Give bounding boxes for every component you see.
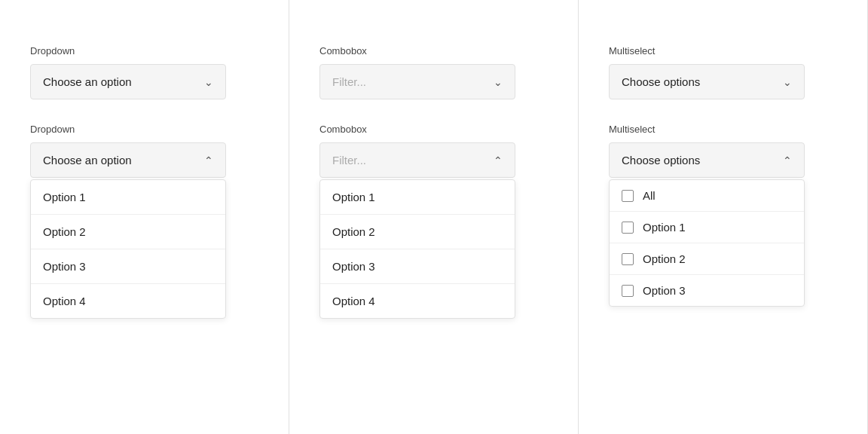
multiselect-option-3-label: Option 3 — [643, 284, 686, 297]
combobox-column: Combobox ⌄ Combobox ⌃ Option 1 Option 2 … — [289, 0, 579, 434]
dropdown-option-4[interactable]: Option 4 — [31, 284, 225, 318]
multiselect-open-list: All Option 1 Option 2 Option 3 — [609, 179, 805, 307]
dropdown-option-1[interactable]: Option 1 — [31, 180, 225, 215]
multiselect-closed-trigger[interactable]: Choose options ⌄ — [609, 64, 805, 99]
combobox-open-trigger[interactable]: ⌃ — [319, 142, 515, 178]
combobox-closed-wrapper: ⌄ — [319, 64, 515, 99]
multiselect-option-all[interactable]: All — [610, 180, 804, 212]
combobox-open-section: Combobox ⌃ Option 1 Option 2 Option 3 Op… — [319, 124, 549, 178]
multiselect-all-label: All — [643, 189, 656, 202]
combobox-option-2[interactable]: Option 2 — [320, 215, 515, 249]
multiselect-open-section: Multiselect Choose options ⌃ All Option … — [609, 124, 838, 178]
dropdown-open-value: Choose an option — [43, 154, 132, 167]
combobox-open-label: Combobox — [319, 124, 549, 135]
dropdown-open-label: Dropdown — [30, 124, 259, 135]
multiselect-open-value: Choose options — [622, 154, 700, 167]
multiselect-label: Multiselect — [609, 45, 838, 57]
combobox-closed-input[interactable] — [332, 75, 494, 88]
multiselect-option-2[interactable]: Option 2 — [610, 243, 804, 275]
combobox-option-3[interactable]: Option 3 — [320, 249, 515, 284]
multiselect-option-2-label: Option 2 — [643, 252, 686, 265]
combobox-open-list: Option 1 Option 2 Option 3 Option 4 — [319, 179, 515, 319]
dropdown-closed-trigger[interactable]: Choose an option ⌄ — [30, 64, 226, 99]
multiselect-closed-section: Multiselect Choose options ⌄ — [609, 45, 838, 99]
chevron-down-icon: ⌄ — [494, 76, 503, 88]
chevron-down-icon: ⌄ — [783, 76, 792, 88]
dropdown-open-list: Option 1 Option 2 Option 3 Option 4 — [30, 179, 226, 319]
checkbox-1 — [622, 222, 634, 234]
multiselect-open-trigger[interactable]: Choose options ⌃ — [609, 142, 805, 178]
dropdown-column: Dropdown Choose an option ⌄ Dropdown Cho… — [0, 0, 289, 434]
dropdown-label: Dropdown — [30, 45, 259, 57]
checkbox-3 — [622, 285, 634, 297]
multiselect-option-3[interactable]: Option 3 — [610, 275, 804, 306]
multiselect-closed-wrapper: Choose options ⌄ — [609, 64, 805, 99]
dropdown-option-2[interactable]: Option 2 — [31, 215, 225, 249]
dropdown-open-wrapper: Choose an option ⌃ Option 1 Option 2 Opt… — [30, 142, 226, 178]
multiselect-open-label: Multiselect — [609, 124, 838, 135]
multiselect-column: Multiselect Choose options ⌄ Multiselect… — [579, 0, 868, 434]
chevron-down-icon: ⌄ — [204, 76, 213, 88]
combobox-closed-trigger[interactable]: ⌄ — [319, 64, 515, 99]
checkbox-2 — [622, 253, 634, 265]
multiselect-option-1[interactable]: Option 1 — [610, 212, 804, 243]
combobox-open-wrapper: ⌃ Option 1 Option 2 Option 3 Option 4 — [319, 142, 515, 178]
dropdown-option-3[interactable]: Option 3 — [31, 249, 225, 284]
checkbox-all — [622, 190, 634, 202]
combobox-option-4[interactable]: Option 4 — [320, 284, 515, 318]
dropdown-open-trigger[interactable]: Choose an option ⌃ — [30, 142, 226, 178]
dropdown-closed-section: Dropdown Choose an option ⌄ — [30, 45, 259, 99]
multiselect-option-1-label: Option 1 — [643, 221, 686, 234]
chevron-up-icon: ⌃ — [204, 154, 213, 167]
multiselect-closed-value: Choose options — [622, 75, 700, 88]
combobox-open-input[interactable] — [332, 154, 494, 167]
dropdown-open-section: Dropdown Choose an option ⌃ Option 1 Opt… — [30, 124, 259, 178]
dropdown-closed-wrapper: Choose an option ⌄ — [30, 64, 226, 99]
chevron-up-icon: ⌃ — [494, 154, 503, 167]
multiselect-open-wrapper: Choose options ⌃ All Option 1 Option 2 — [609, 142, 805, 178]
dropdown-closed-value: Choose an option — [43, 75, 132, 88]
combobox-option-1[interactable]: Option 1 — [320, 180, 515, 215]
combobox-label: Combobox — [319, 45, 549, 57]
chevron-up-icon: ⌃ — [783, 154, 792, 167]
combobox-closed-section: Combobox ⌄ — [319, 45, 549, 99]
